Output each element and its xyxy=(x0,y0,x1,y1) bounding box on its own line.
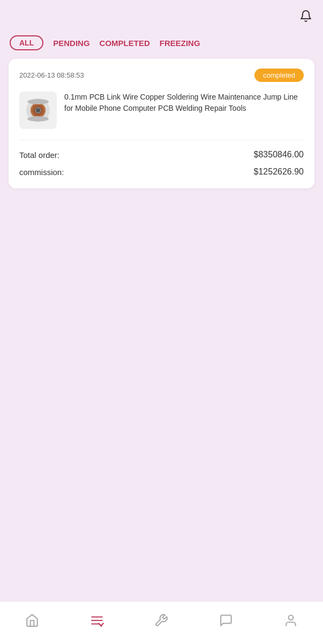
main-content: 2022-06-13 08:58:53 completed xyxy=(0,59,323,601)
product-name: 0.1mm PCB Link Wire Copper Soldering Wir… xyxy=(64,92,304,114)
total-order-row: Total order: $8350846.00 xyxy=(19,150,304,160)
notification-bell-icon[interactable] xyxy=(299,10,312,26)
card-top-row: 2022-06-13 08:58:53 completed xyxy=(19,69,304,82)
nav-home[interactable] xyxy=(25,613,39,627)
order-card: 2022-06-13 08:58:53 completed xyxy=(9,59,314,188)
product-image xyxy=(19,92,57,129)
orders-icon xyxy=(90,613,104,627)
tab-all[interactable]: ALL xyxy=(10,35,43,50)
svg-point-11 xyxy=(288,615,293,620)
commission-label: commission: xyxy=(19,168,64,177)
svg-point-6 xyxy=(27,116,49,122)
tab-pending[interactable]: PENDING xyxy=(53,39,89,48)
home-icon xyxy=(25,613,39,627)
nav-tool[interactable] xyxy=(154,613,168,627)
commission-row: commission: $1252626.90 xyxy=(19,167,304,177)
tab-freezing[interactable]: FREEZING xyxy=(160,39,200,48)
nav-orders[interactable] xyxy=(90,613,104,627)
total-order-value: $8350846.00 xyxy=(254,150,304,160)
svg-point-5 xyxy=(27,99,49,104)
product-row: 0.1mm PCB Link Wire Copper Soldering Wir… xyxy=(19,92,304,140)
tab-completed[interactable]: COMPLETED xyxy=(100,39,150,48)
commission-value: $1252626.90 xyxy=(254,167,304,177)
profile-icon xyxy=(284,613,298,627)
total-order-label: Total order: xyxy=(19,150,59,160)
nav-profile[interactable] xyxy=(284,613,298,627)
nav-messages[interactable] xyxy=(219,613,233,627)
messages-icon xyxy=(219,613,233,627)
tool-icon xyxy=(154,613,168,627)
header xyxy=(0,0,323,31)
bottom-nav xyxy=(0,601,323,644)
svg-point-7 xyxy=(36,108,40,112)
order-meta: Total order: $8350846.00 commission: $12… xyxy=(19,150,304,177)
order-timestamp: 2022-06-13 08:58:53 xyxy=(19,71,84,79)
filter-tabs: ALL PENDING COMPLETED FREEZING xyxy=(0,31,323,59)
status-badge: completed xyxy=(254,69,304,82)
